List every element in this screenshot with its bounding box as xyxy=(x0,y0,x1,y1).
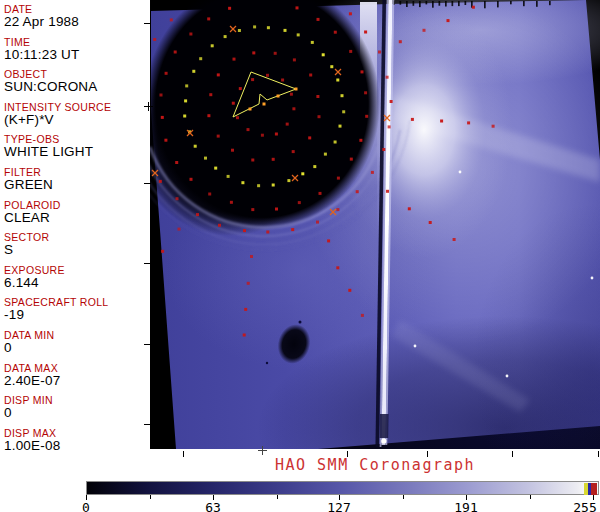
perforation-mark xyxy=(458,1,460,6)
fiducial-dot xyxy=(238,29,241,32)
fiducial-dot xyxy=(153,38,156,41)
fiducial-dot xyxy=(244,308,247,311)
fiducial-dot xyxy=(164,139,167,142)
metadata-value: SUN:CORONA xyxy=(4,79,98,94)
fiducial-dot xyxy=(274,52,277,55)
fiducial-dot xyxy=(319,192,322,195)
colorbar: 063127191255 xyxy=(86,481,599,512)
fiducial-dot xyxy=(337,177,340,180)
fiducial-dot xyxy=(275,133,278,136)
fiducial-dot xyxy=(286,123,289,126)
fiducial-dot xyxy=(277,95,280,98)
fiducial-dot xyxy=(440,120,443,123)
fiducial-dot xyxy=(342,110,345,113)
perforation-mark xyxy=(536,1,538,7)
fiducial-dot xyxy=(301,172,304,175)
perforation-mark xyxy=(419,1,421,7)
fiducial-dot xyxy=(189,33,192,36)
fiducial-dot xyxy=(232,102,235,105)
fiducial-dot xyxy=(361,70,364,73)
fiducial-dot xyxy=(251,159,254,162)
fiducial-dot xyxy=(291,228,294,231)
fiducial-dot xyxy=(209,93,212,96)
speck xyxy=(266,362,268,364)
colorbar-tick-label: 255 xyxy=(565,500,600,512)
fiducial-dot xyxy=(241,181,244,184)
fiducial-dot xyxy=(371,171,374,174)
fiducial-dot xyxy=(349,50,352,53)
fiducial-dot xyxy=(227,175,230,178)
fiducial-dot xyxy=(228,7,231,10)
fiducial-dot xyxy=(253,25,256,28)
perforation-mark xyxy=(406,1,408,7)
fiducial-dot xyxy=(266,74,269,77)
fiducial-dot xyxy=(267,26,270,29)
colorbar-tick-label: 0 xyxy=(66,500,106,512)
fiducial-dot xyxy=(261,134,264,137)
fiducial-dot xyxy=(311,41,314,44)
fiducial-dot xyxy=(361,314,364,317)
fiducial-dot xyxy=(252,51,255,54)
fiducial-dot xyxy=(263,103,266,106)
fiducial-dot xyxy=(378,51,381,54)
fiducial-dot xyxy=(160,94,163,97)
fiducial-dot xyxy=(175,161,178,164)
metadata-value: (K+F)*V xyxy=(4,112,54,127)
fiducial-dot xyxy=(334,31,337,34)
fiducial-dot xyxy=(183,115,186,118)
axis-tick xyxy=(148,102,149,111)
fiducial-dot xyxy=(317,18,320,21)
axis-tick xyxy=(144,23,151,24)
metadata-value: 10:11:23 UT xyxy=(4,47,80,62)
fiducial-dot xyxy=(208,193,211,196)
fiducial-dot xyxy=(492,125,495,128)
fiducial-dot xyxy=(159,180,162,183)
fiducial-dot xyxy=(297,33,300,36)
fiducial-dot xyxy=(176,197,179,200)
fiducial-dot xyxy=(295,88,298,91)
fiducial-dot xyxy=(170,18,173,21)
perforation-mark xyxy=(497,1,499,7)
metadata-value: 1.00E-08 xyxy=(4,438,60,453)
perforation-mark xyxy=(432,1,434,8)
fiducial-dot xyxy=(386,76,389,79)
colorbar-tick-label: 191 xyxy=(446,500,486,512)
metadata-value: 0 xyxy=(4,405,12,420)
metadata-value: S xyxy=(4,242,13,257)
fiducial-dot xyxy=(356,190,359,193)
fiducial-dot xyxy=(324,153,327,156)
fiducial-dot xyxy=(194,145,197,148)
fiducial-dot xyxy=(204,157,207,160)
fiducial-dot xyxy=(350,158,353,161)
image-title: HAO SMM Coronagraph xyxy=(150,456,600,474)
fiducial-dot xyxy=(284,29,287,32)
star-point xyxy=(591,277,594,280)
fiducial-dot xyxy=(272,184,275,187)
fiducial-dot xyxy=(316,95,319,98)
fiducial-dot xyxy=(190,178,193,181)
fiducial-dot xyxy=(251,208,254,211)
fiducial-dot xyxy=(185,84,188,87)
colorbar-minor-tick xyxy=(277,495,278,499)
fiducial-dot xyxy=(322,53,325,56)
fiducial-dot xyxy=(292,107,295,110)
metadata-value: 22 Apr 1988 xyxy=(4,14,79,29)
fiducial-dot xyxy=(224,35,227,38)
fiducial-dot xyxy=(390,100,393,103)
fiducial-dot xyxy=(230,201,233,204)
axis-tick xyxy=(427,451,428,457)
fiducial-dot xyxy=(447,19,450,22)
perforation-mark xyxy=(523,1,525,6)
fiducial-dot xyxy=(382,148,385,151)
fiducial-dot xyxy=(178,228,181,231)
perforation-mark xyxy=(452,1,454,6)
fiducial-dot xyxy=(453,238,456,241)
metadata-value: -19 xyxy=(4,307,24,322)
fiducial-dot xyxy=(243,229,246,232)
colorbar-gradient xyxy=(86,481,599,495)
fiducial-dot xyxy=(308,136,311,139)
fiducial-dot xyxy=(290,93,293,96)
fiducial-dot xyxy=(281,79,284,82)
fiducial-dot xyxy=(318,115,321,118)
fiducial-dot xyxy=(214,167,217,170)
